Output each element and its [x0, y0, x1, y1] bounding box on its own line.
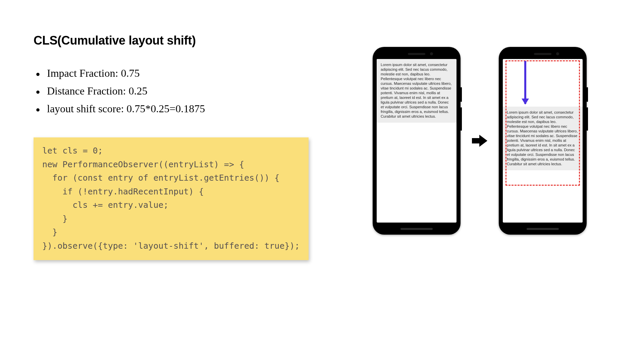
bullet-layout-shift-score: layout shift score: 0.75*0.25=0.1875 [34, 100, 329, 118]
text-block-after: Lorem ipsum dolor sit amet, consectetur … [503, 107, 583, 170]
phone-side-button [461, 107, 462, 131]
page-title: CLS(Cumulative layout shift) [34, 34, 329, 48]
home-indicator [527, 228, 559, 230]
arrow-right-icon [472, 134, 487, 149]
slide: CLS(Cumulative layout shift) Impact Frac… [0, 0, 644, 362]
right-column: Lorem ipsum dolor sit amet, consectetur … [329, 34, 610, 342]
svg-marker-0 [472, 135, 487, 147]
bullet-list: Impact Fraction: 0.75 Distance Fraction:… [34, 64, 329, 117]
left-column: CLS(Cumulative layout shift) Impact Frac… [34, 34, 329, 342]
phone-side-button [587, 87, 588, 102]
arrow-down-icon [524, 61, 526, 104]
bullet-distance-fraction: Distance Fraction: 0.25 [34, 82, 329, 100]
bullet-impact-fraction: Impact Fraction: 0.75 [34, 64, 329, 82]
phone-side-button [461, 87, 462, 102]
code-block: let cls = 0; new PerformanceObserver((en… [34, 137, 309, 260]
phone-after: Lorem ipsum dolor sit amet, consectetur … [499, 47, 587, 235]
text-block-before: Lorem ipsum dolor sit amet, consectetur … [377, 59, 457, 123]
phone-screen-after: Lorem ipsum dolor sit amet, consectetur … [503, 59, 583, 223]
phone-screen-before: Lorem ipsum dolor sit amet, consectetur … [377, 59, 457, 223]
phone-side-button [587, 107, 588, 131]
home-indicator [400, 228, 433, 230]
phone-before: Lorem ipsum dolor sit amet, consectetur … [373, 47, 461, 235]
